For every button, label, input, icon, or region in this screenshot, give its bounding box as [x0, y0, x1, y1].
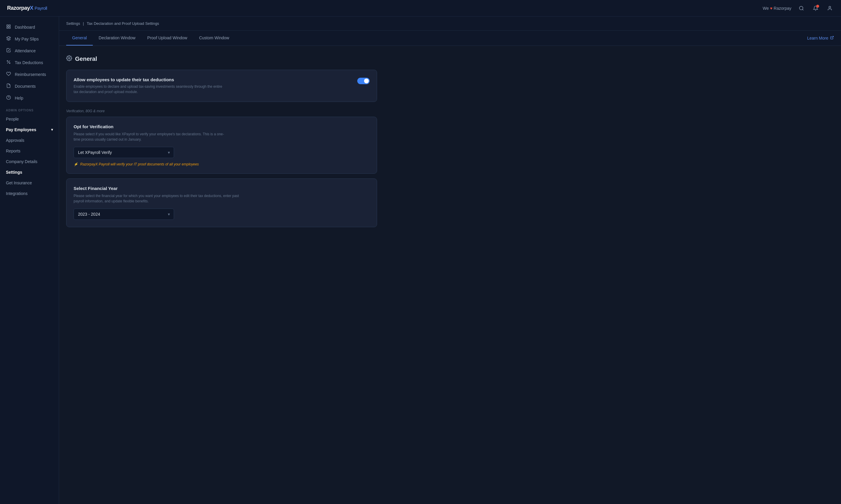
- svg-rect-3: [7, 25, 8, 26]
- main-layout: Dashboard My Pay Slips Attendance Tax De…: [0, 17, 841, 504]
- financial-year-title: Select Financial Year: [74, 186, 370, 191]
- chevron-down-icon: ▾: [51, 128, 53, 132]
- help-icon: [6, 95, 11, 101]
- financial-year-card: Select Financial Year Please select the …: [66, 178, 377, 227]
- sidebar-item-dashboard[interactable]: Dashboard: [0, 21, 59, 33]
- allow-toggle-description: Enable employees to declare and upload t…: [74, 84, 227, 94]
- svg-point-0: [799, 6, 803, 10]
- sidebar-item-label: Attendance: [15, 49, 36, 53]
- sidebar-item-tax-deductions[interactable]: Tax Deductions: [0, 57, 59, 69]
- sidebar-item-label: Dashboard: [15, 25, 35, 30]
- verification-card-description: Please select if you would like XPayroll…: [74, 131, 227, 142]
- verification-divider-label: Verification, 80G & more: [66, 109, 377, 113]
- logo: RazorpayX Payroll: [7, 5, 47, 11]
- verification-card: Opt for Verification Please select if yo…: [66, 117, 377, 174]
- svg-rect-5: [9, 27, 10, 29]
- sidebar-item-documents[interactable]: Documents: [0, 80, 59, 92]
- heart-icon: ♥: [770, 6, 772, 11]
- svg-marker-7: [6, 36, 10, 38]
- dashboard-icon: [6, 24, 11, 30]
- sidebar-item-approvals[interactable]: Approvals: [0, 135, 59, 146]
- profile-icon[interactable]: [826, 4, 834, 13]
- we-love-text: We ♥ Razorpay: [763, 6, 791, 11]
- section-title: General: [75, 56, 97, 62]
- sidebar-item-integrations[interactable]: Integrations: [0, 188, 59, 199]
- content-area: Settings | Tax Declaration and Proof Upl…: [59, 17, 841, 504]
- financial-year-select-wrapper: 2023 - 2024 2022 - 2023 2021 - 2022 ▾: [74, 209, 174, 220]
- svg-line-13: [831, 36, 833, 38]
- sidebar-item-my-pay-slips[interactable]: My Pay Slips: [0, 33, 59, 45]
- gear-icon: [66, 55, 72, 62]
- admin-options-label: ADMIN OPTIONS: [0, 104, 59, 114]
- sidebar-item-label: Reimbursements: [15, 72, 46, 77]
- verification-dropdown[interactable]: Let XPayroll Verify Self Verify No Verif…: [74, 147, 174, 158]
- svg-point-10: [9, 62, 10, 64]
- verification-card-title: Opt for Verification: [74, 124, 370, 129]
- sidebar-item-label: Approvals: [6, 138, 24, 143]
- attendance-icon: [6, 48, 11, 54]
- notification-icon[interactable]: [811, 4, 820, 13]
- tax-icon: [6, 60, 11, 66]
- sidebar-item-settings[interactable]: Settings: [0, 167, 59, 178]
- sidebar-item-reimbursements[interactable]: Reimbursements: [0, 69, 59, 80]
- svg-point-14: [69, 58, 70, 59]
- topbar-right: We ♥ Razorpay: [763, 4, 834, 13]
- toggle-row: Allow employees to update their tax dedu…: [74, 77, 370, 94]
- topbar-left: RazorpayX Payroll: [7, 5, 47, 11]
- sidebar-item-people[interactable]: People: [0, 114, 59, 124]
- sidebar-item-help[interactable]: Help: [0, 92, 59, 104]
- sidebar-item-company-details[interactable]: Company Details: [0, 156, 59, 167]
- sidebar-item-label: Company Details: [6, 159, 37, 164]
- topbar: RazorpayX Payroll We ♥ Razorpay: [0, 0, 841, 17]
- sidebar-item-label: Reports: [6, 149, 20, 153]
- breadcrumb: Settings | Tax Declaration and Proof Upl…: [59, 17, 841, 31]
- tab-general[interactable]: General: [66, 31, 93, 46]
- sidebar-item-label: Get Insurance: [6, 180, 32, 185]
- sidebar-item-label: Integrations: [6, 191, 28, 196]
- allow-toggle-switch[interactable]: [357, 78, 370, 84]
- verification-select-wrapper: Let XPayroll Verify Self Verify No Verif…: [74, 147, 174, 158]
- pay-slips-icon: [6, 36, 11, 42]
- sidebar-item-label: Pay Employees: [6, 127, 36, 132]
- learn-more-label: Learn More: [807, 36, 828, 40]
- sidebar-item-reports[interactable]: Reports: [0, 146, 59, 156]
- sidebar-item-label: Documents: [15, 84, 36, 89]
- sidebar-item-attendance[interactable]: Attendance: [0, 45, 59, 57]
- verification-note: ⚡ RazorpayX Payroll will verify your IT …: [74, 162, 370, 166]
- sidebar-item-label: Settings: [6, 170, 22, 175]
- svg-line-1: [802, 9, 803, 10]
- breadcrumb-root: Settings: [66, 21, 80, 26]
- verification-note-text: RazorpayX Payroll will verify your IT pr…: [80, 162, 199, 166]
- learn-more-link[interactable]: Learn More: [807, 36, 834, 40]
- sidebar-item-label: Help: [15, 96, 23, 101]
- svg-rect-6: [7, 27, 8, 29]
- svg-line-8: [7, 60, 10, 63]
- tab-proof-upload-window[interactable]: Proof Upload Window: [141, 31, 193, 46]
- search-icon[interactable]: [797, 4, 806, 13]
- reimbursements-icon: [6, 72, 11, 77]
- sidebar-item-get-insurance[interactable]: Get Insurance: [0, 178, 59, 188]
- section-header: General: [66, 55, 377, 62]
- sidebar-item-pay-employees[interactable]: Pay Employees ▾: [0, 124, 59, 135]
- financial-year-description: Please select the financial year for whi…: [74, 193, 239, 204]
- allow-employees-card: Allow employees to update their tax dedu…: [66, 70, 377, 102]
- documents-icon: [6, 83, 11, 89]
- tab-declaration-window[interactable]: Declaration Window: [93, 31, 142, 46]
- financial-year-dropdown[interactable]: 2023 - 2024 2022 - 2023 2021 - 2022: [74, 209, 174, 220]
- bolt-icon: ⚡: [74, 162, 78, 166]
- sidebar-item-label: People: [6, 117, 19, 122]
- breadcrumb-separator: |: [83, 21, 84, 26]
- svg-point-2: [829, 6, 831, 8]
- allow-toggle-title: Allow employees to update their tax dedu…: [74, 77, 227, 82]
- page-body: General Allow employees to update their …: [59, 46, 384, 237]
- svg-rect-4: [9, 25, 10, 26]
- notification-badge: [816, 5, 819, 8]
- sidebar-item-label: My Pay Slips: [15, 37, 39, 41]
- svg-point-9: [7, 60, 8, 61]
- tabs-bar: General Declaration Window Proof Upload …: [59, 31, 841, 46]
- external-link-icon: [830, 36, 834, 40]
- sidebar-item-label: Tax Deductions: [15, 60, 43, 65]
- tab-custom-window[interactable]: Custom Window: [193, 31, 235, 46]
- sidebar: Dashboard My Pay Slips Attendance Tax De…: [0, 17, 59, 504]
- breadcrumb-current: Tax Declaration and Proof Upload Setting…: [87, 21, 159, 26]
